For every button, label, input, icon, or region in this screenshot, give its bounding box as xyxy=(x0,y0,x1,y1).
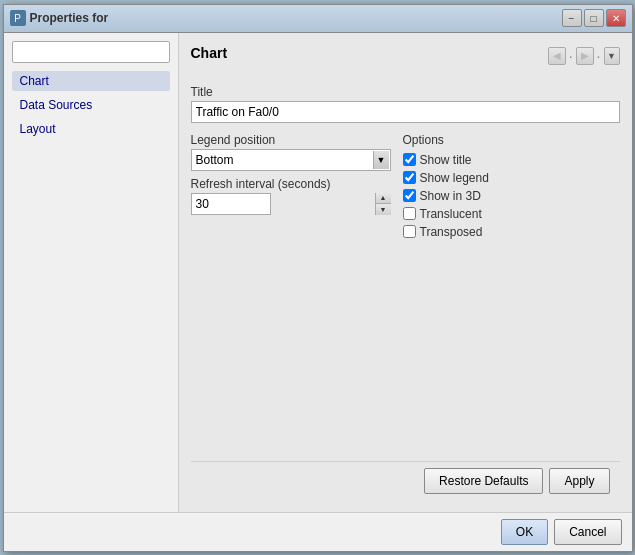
translucent-checkbox[interactable] xyxy=(403,207,416,220)
show-in-3d-checkbox[interactable] xyxy=(403,189,416,202)
title-bar-controls: − □ ✕ xyxy=(562,9,626,27)
options-title: Options xyxy=(403,133,620,147)
panel-header: Chart ◀ · ▶ · ▼ xyxy=(191,45,620,67)
cancel-button[interactable]: Cancel xyxy=(554,519,621,545)
forward-arrow-button[interactable]: ▶ xyxy=(576,47,594,65)
refresh-interval-input[interactable] xyxy=(191,193,271,215)
sidebar-item-layout[interactable]: Layout xyxy=(12,119,170,139)
title-form-group: Title xyxy=(191,85,620,123)
legend-position-label: Legend position xyxy=(191,133,391,147)
window-icon: P xyxy=(10,10,26,26)
title-bar-left: P Properties for xyxy=(10,10,109,26)
properties-window: P Properties for − □ ✕ Chart Data Source… xyxy=(3,4,633,552)
sidebar-item-data-sources[interactable]: Data Sources xyxy=(12,95,170,115)
search-input[interactable] xyxy=(12,41,170,63)
show-title-checkbox[interactable] xyxy=(403,153,416,166)
arrow-divider2: · xyxy=(597,48,601,64)
restore-defaults-button[interactable]: Restore Defaults xyxy=(424,468,543,494)
right-panel: Chart ◀ · ▶ · ▼ Title xyxy=(179,33,632,512)
refresh-interval-group: Refresh interval (seconds) ▲ ▼ xyxy=(191,177,391,215)
back-arrow-button[interactable]: ◀ xyxy=(548,47,566,65)
refresh-interval-spinner: ▲ ▼ xyxy=(191,193,391,215)
minimize-button[interactable]: − xyxy=(562,9,582,27)
show-title-label: Show title xyxy=(420,153,472,167)
bottom-bar: OK Cancel xyxy=(4,512,632,551)
show-legend-checkbox-item: Show legend xyxy=(403,171,620,185)
main-content: Chart Data Sources Layout Chart ◀ · xyxy=(4,33,632,512)
show-legend-checkbox[interactable] xyxy=(403,171,416,184)
left-form-col: Legend position Bottom Top Left Right No… xyxy=(191,133,391,215)
window-title: Properties for xyxy=(30,11,109,25)
apply-button[interactable]: Apply xyxy=(549,468,609,494)
spinner-up-button[interactable]: ▲ xyxy=(376,193,391,205)
maximize-button[interactable]: □ xyxy=(584,9,604,27)
close-button[interactable]: ✕ xyxy=(606,9,626,27)
legend-position-select[interactable]: Bottom Top Left Right None xyxy=(191,149,391,171)
show-title-checkbox-item: Show title xyxy=(403,153,620,167)
translucent-label: Translucent xyxy=(420,207,482,221)
show-in-3d-checkbox-item: Show in 3D xyxy=(403,189,620,203)
panel-title: Chart xyxy=(191,45,228,61)
spinner-buttons: ▲ ▼ xyxy=(375,193,391,215)
nav-dropdown-button[interactable]: ▼ xyxy=(604,47,620,65)
action-bar: Restore Defaults Apply xyxy=(191,461,620,500)
legend-position-select-wrapper: Bottom Top Left Right None ▼ xyxy=(191,149,391,171)
show-in-3d-label: Show in 3D xyxy=(420,189,481,203)
nav-arrows: ◀ · ▶ · ▼ xyxy=(548,47,620,65)
refresh-interval-label: Refresh interval (seconds) xyxy=(191,177,391,191)
title-input[interactable] xyxy=(191,101,620,123)
spinner-down-button[interactable]: ▼ xyxy=(376,204,391,215)
left-panel: Chart Data Sources Layout xyxy=(4,33,179,512)
transposed-checkbox[interactable] xyxy=(403,225,416,238)
show-legend-label: Show legend xyxy=(420,171,489,185)
arrow-divider: · xyxy=(569,48,573,64)
transposed-label: Transposed xyxy=(420,225,483,239)
title-label: Title xyxy=(191,85,620,99)
transposed-checkbox-item: Transposed xyxy=(403,225,620,239)
legend-position-group: Legend position Bottom Top Left Right No… xyxy=(191,133,391,171)
options-group: Options Show title Show legend Show in 3… xyxy=(403,133,620,243)
title-bar: P Properties for − □ ✕ xyxy=(4,5,632,33)
spacer xyxy=(191,253,620,451)
sidebar-item-chart[interactable]: Chart xyxy=(12,71,170,91)
translucent-checkbox-item: Translucent xyxy=(403,207,620,221)
ok-button[interactable]: OK xyxy=(501,519,548,545)
form-row: Legend position Bottom Top Left Right No… xyxy=(191,133,620,243)
